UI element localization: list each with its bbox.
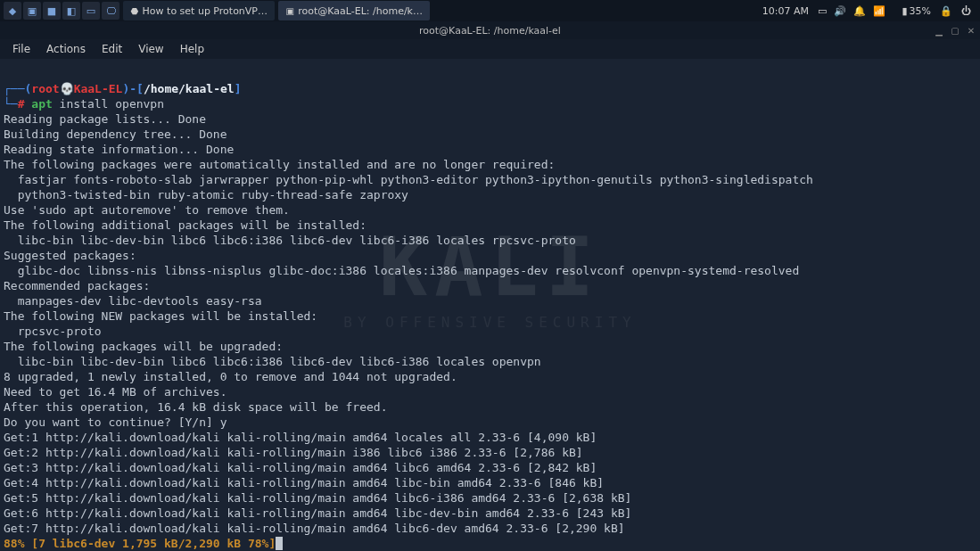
tab-label: root@KaaL-EL: /home/k… [298,5,423,17]
lock-icon[interactable]: 🔒 [940,5,952,17]
prompt-corner2: └─ [4,97,18,111]
launcher-icon-2[interactable]: ■ [43,2,61,20]
launcher-icon-4[interactable]: ▭ [82,2,100,20]
launcher-icon-0[interactable]: ◆ [4,2,21,20]
prompt-host: KaaL-EL [74,82,123,95]
prompt-end: ] [235,82,242,95]
menu-actions[interactable]: Actions [39,41,93,57]
cursor [276,537,283,550]
launcher-icon-1[interactable]: ▣ [23,2,41,20]
window-title: root@KaaL-EL: /home/kaal-el [419,25,561,37]
command-bin: apt [31,97,52,111]
menu-edit[interactable]: Edit [95,41,129,57]
prompt-corner: ┌──( [4,82,31,95]
launcher-icon-5[interactable]: 🖵 [102,2,119,20]
menubar: FileActionsEditViewHelp [0,39,980,59]
taskbar-tab-0[interactable]: ⬣How to set up ProtonVP… [123,1,275,21]
battery-percent: ▮35% [902,5,931,17]
clock: 10:07 AM [762,5,809,17]
prompt-path: /home/kaal-el [144,82,235,95]
tab-favicon: ▣ [285,4,294,17]
minimize-button[interactable]: ▁ [934,25,944,36]
menu-file[interactable]: File [5,41,37,57]
tray-icon-3[interactable]: 📶 [873,5,885,17]
terminal-output[interactable]: ┌──(root💀KaaL-EL)-[/home/kaal-el] └─# ap… [0,59,980,551]
tray-icon-2[interactable]: 🔔 [853,5,866,17]
system-tray: 10:07 AM ▭🔊🔔📶 ▮35% 🔒 ⏻ [762,5,980,17]
menu-view[interactable]: View [131,41,170,57]
prompt-user: root [31,82,59,95]
menu-help[interactable]: Help [173,41,211,57]
command-args: install openvpn [53,97,164,111]
skull-icon: 💀 [60,82,74,95]
tray-icon-1[interactable]: 🔊 [834,5,846,17]
tab-label: How to set up ProtonVP… [143,5,268,17]
tray-icon-0[interactable]: ▭ [818,5,827,17]
download-progress: 88% [7 libc6-dev 1,795 kB/2,290 kB 78%] [4,537,276,550]
prompt-bracket: )-[ [122,82,143,95]
prompt-hash: # [18,97,25,111]
window-titlebar: root@KaaL-EL: /home/kaal-el ▁ ▢ ✕ [0,21,980,39]
taskbar-tab-1[interactable]: ▣root@KaaL-EL: /home/k… [278,1,430,21]
launcher-tray: ◆▣■◧▭🖵 [0,2,119,20]
system-topbar: ◆▣■◧▭🖵 ⬣How to set up ProtonVP…▣root@Kaa… [0,0,980,21]
tab-favicon: ⬣ [130,4,139,17]
output-lines: Reading package lists... Done Building d… [4,111,976,536]
maximize-button[interactable]: ▢ [950,25,960,36]
close-button[interactable]: ✕ [966,25,976,36]
power-icon[interactable]: ⏻ [961,5,971,17]
launcher-icon-3[interactable]: ◧ [62,2,80,20]
